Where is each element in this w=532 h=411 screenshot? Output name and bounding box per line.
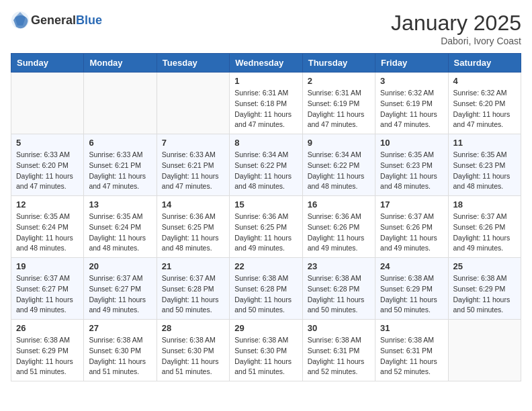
calendar-cell: 13Sunrise: 6:35 AMSunset: 6:24 PMDayligh… <box>84 196 157 258</box>
sunrise-text: Sunrise: 6:36 AM <box>162 212 224 222</box>
calendar-cell: 31Sunrise: 6:38 AMSunset: 6:31 PMDayligh… <box>375 320 448 381</box>
column-header-saturday: Saturday <box>448 54 521 73</box>
daylight-text: Daylight: 11 hours and 49 minutes. <box>380 233 443 255</box>
sunset-text: Sunset: 6:29 PM <box>453 284 516 295</box>
sunrise-text: Sunrise: 6:34 AM <box>234 150 297 161</box>
day-info: Sunrise: 6:37 AMSunset: 6:26 PMDaylight:… <box>380 212 443 254</box>
day-number: 16 <box>308 199 370 210</box>
sunset-text: Sunset: 6:26 PM <box>380 222 443 233</box>
daylight-text: Daylight: 11 hours and 50 minutes. <box>453 295 516 316</box>
sunset-text: Sunset: 6:30 PM <box>234 346 297 357</box>
sunrise-text: Sunrise: 6:33 AM <box>89 150 151 161</box>
day-info: Sunrise: 6:36 AMSunset: 6:25 PMDaylight:… <box>162 212 224 254</box>
daylight-text: Daylight: 11 hours and 50 minutes. <box>234 295 297 316</box>
daylight-text: Daylight: 11 hours and 49 minutes. <box>16 295 79 316</box>
day-number: 17 <box>380 199 443 210</box>
calendar-cell <box>84 73 157 134</box>
day-number: 8 <box>234 138 297 148</box>
day-number: 29 <box>234 323 297 333</box>
daylight-text: Daylight: 11 hours and 48 minutes. <box>234 171 297 193</box>
sunset-text: Sunset: 6:28 PM <box>308 284 370 295</box>
day-info: Sunrise: 6:35 AMSunset: 6:23 PMDaylight:… <box>453 150 516 192</box>
calendar-table: SundayMondayTuesdayWednesdayThursdayFrid… <box>11 53 521 381</box>
daylight-text: Daylight: 11 hours and 51 minutes. <box>16 357 79 378</box>
day-number: 3 <box>380 76 443 86</box>
column-header-tuesday: Tuesday <box>157 54 229 73</box>
calendar-cell: 6Sunrise: 6:33 AMSunset: 6:21 PMDaylight… <box>84 134 157 196</box>
calendar-cell: 8Sunrise: 6:34 AMSunset: 6:22 PMDaylight… <box>230 134 302 196</box>
calendar-cell: 24Sunrise: 6:38 AMSunset: 6:29 PMDayligh… <box>375 258 448 320</box>
day-info: Sunrise: 6:38 AMSunset: 6:28 PMDaylight:… <box>234 273 297 316</box>
day-info: Sunrise: 6:35 AMSunset: 6:24 PMDaylight:… <box>89 212 151 254</box>
calendar-cell: 20Sunrise: 6:37 AMSunset: 6:27 PMDayligh… <box>84 258 157 320</box>
sunset-text: Sunset: 6:22 PM <box>308 161 370 171</box>
calendar-cell: 18Sunrise: 6:37 AMSunset: 6:26 PMDayligh… <box>448 196 521 258</box>
sunset-text: Sunset: 6:25 PM <box>234 222 297 233</box>
daylight-text: Daylight: 11 hours and 47 minutes. <box>89 171 151 193</box>
sunset-text: Sunset: 6:24 PM <box>16 222 79 233</box>
sunset-text: Sunset: 6:26 PM <box>308 222 370 233</box>
logo-blue: Blue <box>76 13 102 27</box>
day-info: Sunrise: 6:37 AMSunset: 6:26 PMDaylight:… <box>453 212 516 254</box>
day-number: 1 <box>234 76 297 86</box>
day-number: 5 <box>16 138 79 148</box>
daylight-text: Daylight: 11 hours and 48 minutes. <box>162 233 224 255</box>
day-number: 7 <box>162 138 224 148</box>
day-info: Sunrise: 6:35 AMSunset: 6:24 PMDaylight:… <box>16 212 79 254</box>
sunrise-text: Sunrise: 6:38 AM <box>453 273 516 284</box>
sunset-text: Sunset: 6:24 PM <box>89 222 151 233</box>
sunset-text: Sunset: 6:20 PM <box>453 99 516 109</box>
logo-general: General <box>31 13 76 27</box>
day-info: Sunrise: 6:37 AMSunset: 6:27 PMDaylight:… <box>89 273 151 316</box>
calendar-cell: 16Sunrise: 6:36 AMSunset: 6:26 PMDayligh… <box>302 196 375 258</box>
column-header-sunday: Sunday <box>11 54 84 73</box>
daylight-text: Daylight: 11 hours and 49 minutes. <box>89 295 151 316</box>
day-info: Sunrise: 6:36 AMSunset: 6:25 PMDaylight:… <box>234 212 297 254</box>
day-info: Sunrise: 6:33 AMSunset: 6:20 PMDaylight:… <box>16 150 79 192</box>
calendar-cell: 25Sunrise: 6:38 AMSunset: 6:29 PMDayligh… <box>448 258 521 320</box>
sunrise-text: Sunrise: 6:38 AM <box>234 273 297 284</box>
day-number: 23 <box>308 261 370 271</box>
location-subtitle: Dabori, Ivory Coast <box>391 36 521 46</box>
day-info: Sunrise: 6:34 AMSunset: 6:22 PMDaylight:… <box>308 150 370 192</box>
day-info: Sunrise: 6:37 AMSunset: 6:27 PMDaylight:… <box>16 273 79 316</box>
calendar-cell: 21Sunrise: 6:37 AMSunset: 6:28 PMDayligh… <box>157 258 229 320</box>
sunset-text: Sunset: 6:22 PM <box>234 161 297 171</box>
sunrise-text: Sunrise: 6:34 AM <box>308 150 370 161</box>
column-header-friday: Friday <box>375 54 448 73</box>
day-info: Sunrise: 6:38 AMSunset: 6:31 PMDaylight:… <box>308 335 370 377</box>
sunrise-text: Sunrise: 6:38 AM <box>89 335 151 346</box>
day-number: 19 <box>16 261 79 271</box>
day-number: 2 <box>308 76 370 86</box>
calendar-cell: 14Sunrise: 6:36 AMSunset: 6:25 PMDayligh… <box>157 196 229 258</box>
daylight-text: Daylight: 11 hours and 51 minutes. <box>89 357 151 378</box>
column-header-monday: Monday <box>84 54 157 73</box>
daylight-text: Daylight: 11 hours and 50 minutes. <box>380 295 443 316</box>
sunset-text: Sunset: 6:28 PM <box>234 284 297 295</box>
calendar-cell: 15Sunrise: 6:36 AMSunset: 6:25 PMDayligh… <box>230 196 302 258</box>
logo: GeneralBlue <box>11 11 102 30</box>
sunrise-text: Sunrise: 6:33 AM <box>16 150 79 161</box>
day-number: 24 <box>380 261 443 271</box>
day-info: Sunrise: 6:31 AMSunset: 6:18 PMDaylight:… <box>234 88 297 130</box>
calendar-cell: 11Sunrise: 6:35 AMSunset: 6:23 PMDayligh… <box>448 134 521 196</box>
day-info: Sunrise: 6:33 AMSunset: 6:21 PMDaylight:… <box>89 150 151 192</box>
sunset-text: Sunset: 6:31 PM <box>380 346 443 357</box>
day-info: Sunrise: 6:38 AMSunset: 6:30 PMDaylight:… <box>89 335 151 377</box>
sunset-text: Sunset: 6:30 PM <box>162 346 224 357</box>
daylight-text: Daylight: 11 hours and 48 minutes. <box>308 171 370 193</box>
sunrise-text: Sunrise: 6:38 AM <box>380 335 443 346</box>
day-number: 15 <box>234 199 297 210</box>
sunrise-text: Sunrise: 6:38 AM <box>16 335 79 346</box>
sunrise-text: Sunrise: 6:32 AM <box>380 88 443 99</box>
calendar-cell: 27Sunrise: 6:38 AMSunset: 6:30 PMDayligh… <box>84 320 157 381</box>
day-number: 9 <box>308 138 370 148</box>
daylight-text: Daylight: 11 hours and 49 minutes. <box>453 233 516 255</box>
day-number: 14 <box>162 199 224 210</box>
calendar-cell: 5Sunrise: 6:33 AMSunset: 6:20 PMDaylight… <box>11 134 84 196</box>
sunset-text: Sunset: 6:19 PM <box>380 99 443 109</box>
calendar-cell: 19Sunrise: 6:37 AMSunset: 6:27 PMDayligh… <box>11 258 84 320</box>
day-info: Sunrise: 6:36 AMSunset: 6:26 PMDaylight:… <box>308 212 370 254</box>
sunset-text: Sunset: 6:29 PM <box>380 284 443 295</box>
month-title: January 2025 <box>391 11 521 36</box>
